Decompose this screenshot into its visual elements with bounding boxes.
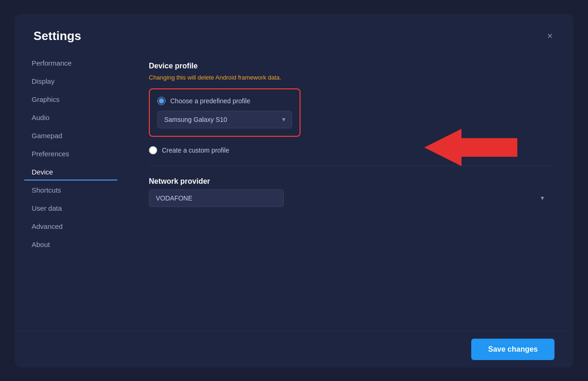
dialog-body: PerformanceDisplayGraphicsAudioGamepadPr… [15, 51, 573, 331]
close-button[interactable]: × [545, 29, 555, 42]
section-divider [149, 166, 551, 166]
predefined-profile-option: Choose a predefined profile [157, 97, 292, 105]
dialog-header: Settings × [15, 14, 573, 51]
device-profile-title: Device profile [149, 62, 551, 70]
network-dropdown-chevron-icon: ▼ [540, 195, 545, 201]
profile-selection-box: Choose a predefined profile Samsung Gala… [149, 88, 301, 137]
custom-radio-label: Create a custom profile [162, 147, 229, 154]
custom-profile-option: Create a custom profile [149, 146, 551, 154]
predefined-radio[interactable] [157, 97, 166, 105]
sidebar-item-advanced[interactable]: Advanced [24, 218, 117, 235]
sidebar-item-performance[interactable]: Performance [24, 54, 117, 72]
custom-radio[interactable] [149, 146, 157, 154]
profile-dropdown-wrapper: Samsung Galaxy S10Samsung Galaxy S20Goog… [157, 111, 292, 128]
device-profile-warning: Changing this will delete Android framew… [149, 74, 551, 81]
network-provider-section: Network provider VODAFONET-MobileAT&TVer… [149, 177, 551, 207]
save-button[interactable]: Save changes [471, 339, 555, 360]
dialog-footer: Save changes [15, 331, 573, 368]
sidebar-item-preferences[interactable]: Preferences [24, 145, 117, 162]
network-provider-title: Network provider [149, 177, 551, 186]
sidebar-item-user-data[interactable]: User data [24, 200, 117, 217]
settings-dialog: Settings × PerformanceDisplayGraphicsAud… [15, 14, 573, 368]
sidebar-item-audio[interactable]: Audio [24, 109, 117, 126]
sidebar-item-shortcuts[interactable]: Shortcuts [24, 181, 117, 199]
sidebar-item-display[interactable]: Display [24, 73, 117, 90]
sidebar-item-device[interactable]: Device [24, 163, 117, 180]
network-dropdown[interactable]: VODAFONET-MobileAT&TVerizon [149, 189, 284, 207]
device-profile-section: Device profile Changing this will delete… [149, 62, 551, 154]
sidebar-item-about[interactable]: About [24, 236, 117, 253]
sidebar: PerformanceDisplayGraphicsAudioGamepadPr… [15, 51, 127, 331]
predefined-radio-label: Choose a predefined profile [170, 97, 250, 105]
network-dropdown-wrapper: VODAFONET-MobileAT&TVerizon ▼ [149, 189, 551, 207]
dialog-title: Settings [33, 29, 81, 43]
sidebar-item-gamepad[interactable]: Gamepad [24, 127, 117, 144]
profile-dropdown[interactable]: Samsung Galaxy S10Samsung Galaxy S20Goog… [157, 111, 292, 128]
content-area: Device profile Changing this will delete… [127, 51, 573, 331]
sidebar-item-graphics[interactable]: Graphics [24, 91, 117, 108]
